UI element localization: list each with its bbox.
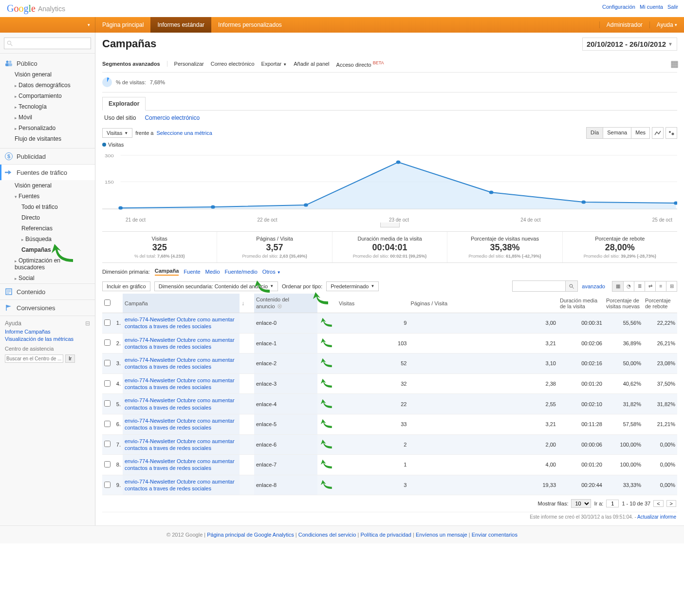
campaign-link[interactable]: envio-774-Newsletter Octubre como aument… — [125, 357, 235, 370]
row-checkbox[interactable] — [104, 360, 111, 366]
correo-btn[interactable]: Correo electrónico — [211, 61, 255, 67]
sidebar-personalizado[interactable]: ▸Personalizado — [0, 123, 95, 133]
row-checkbox[interactable] — [104, 461, 111, 467]
collapse-icon[interactable]: ⊟ — [85, 320, 90, 327]
table-row[interactable]: 2.envio-774-Newsletter Octubre como aume… — [102, 333, 677, 354]
help-search-button[interactable]: Ir — [65, 355, 75, 363]
dim-fuente[interactable]: Fuente — [184, 269, 200, 275]
dim-otros[interactable]: Otros ▼ — [262, 269, 281, 275]
dim-secundaria-btn[interactable]: Dimensión secundaria: Contenido del anun… — [154, 281, 278, 291]
table-row[interactable]: 1.envio-774-Newsletter Octubre como aume… — [102, 313, 677, 334]
nav-home[interactable]: Página principal — [95, 17, 150, 33]
table-row[interactable]: 6.envio-774-Newsletter Octubre como aume… — [102, 414, 677, 434]
personalizar-btn[interactable]: Personalizar — [174, 61, 204, 67]
view-bars-icon[interactable]: ≣ — [634, 281, 645, 291]
th-duracion[interactable]: Duración media de la visita — [558, 294, 604, 313]
sidebar-vision-general[interactable]: Visión general — [0, 69, 95, 80]
sidebar-todo-trafico[interactable]: Todo el tráfico — [0, 202, 95, 212]
btn-dia[interactable]: Día — [587, 128, 603, 138]
campaign-link[interactable]: envio-774-Newsletter Octubre como aument… — [125, 438, 235, 451]
sidebar-movil[interactable]: ▸Móvil — [0, 112, 95, 123]
view-pivot-icon[interactable]: ⊞ — [666, 281, 677, 291]
th-pct-nuevas[interactable]: Porcentaje de visitas nuevas — [604, 294, 643, 313]
footer-link-3[interactable]: Envíenos un mensaje — [416, 532, 467, 538]
scorecard[interactable]: Visitas325% del total: 7,68% (4.233) — [102, 232, 217, 262]
campaign-link[interactable]: envio-774-Newsletter Octubre como aument… — [125, 377, 235, 390]
sidebar-social[interactable]: ▸Social — [0, 273, 95, 283]
footer-link-2[interactable]: Política de privacidad — [360, 532, 411, 538]
campaign-link[interactable]: envio-774-Newsletter Octubre como aument… — [125, 479, 235, 491]
account-dropdown[interactable]: ▾ — [0, 17, 95, 33]
th-rebote[interactable]: Porcentaje de rebote — [643, 294, 677, 313]
sidebar-contenido[interactable]: Contenido — [0, 284, 95, 299]
nav-standard-reports[interactable]: Informes estándar — [150, 17, 211, 33]
row-checkbox[interactable] — [104, 339, 111, 346]
table-row[interactable]: 8.envio-774-Newsletter Octubre como aume… — [102, 455, 677, 475]
campaign-link[interactable]: envio-774-Newsletter Octubre como aument… — [125, 418, 235, 430]
campaign-link[interactable]: envio-774-Newsletter Octubre como aument… — [125, 337, 235, 350]
view-pie-icon[interactable]: ◔ — [623, 281, 634, 291]
pager-page-input[interactable] — [606, 500, 619, 507]
sort-arrow-icon[interactable]: ↓ — [241, 300, 244, 307]
scorecard[interactable]: Porcentaje de rebote28,00%Promedio del s… — [563, 232, 677, 262]
row-checkbox[interactable] — [104, 380, 111, 387]
qr-icon[interactable]: ▦ — [670, 58, 677, 69]
nav-admin[interactable]: Administrador — [599, 21, 649, 28]
btn-semana[interactable]: Semana — [603, 128, 631, 138]
select-all-checkbox[interactable] — [104, 299, 111, 306]
btn-mes[interactable]: Mes — [631, 128, 649, 138]
table-search-button[interactable] — [566, 280, 578, 292]
row-checkbox[interactable] — [104, 421, 111, 427]
ordenar-selector[interactable]: Predeterminado ▼ — [326, 281, 379, 291]
sidebar-opt-buscadores[interactable]: ▸Optimización en buscadores — [0, 255, 95, 273]
dim-campana[interactable]: Campaña — [155, 268, 179, 276]
sidebar-busqueda[interactable]: ▸Búsqueda — [0, 234, 95, 244]
table-row[interactable]: 7.envio-774-Newsletter Octubre como aume… — [102, 434, 677, 455]
remove-dim-icon[interactable]: ⊗ — [277, 302, 282, 310]
metric-1-selector[interactable]: Visitas ▼ — [102, 128, 132, 138]
pager-prev[interactable]: < — [653, 500, 663, 507]
exportar-btn[interactable]: Exportar ▼ — [261, 61, 287, 67]
segments-btn[interactable]: Segmentos avanzados — [102, 61, 167, 67]
table-row[interactable]: 9.envio-774-Newsletter Octubre como aume… — [102, 475, 677, 495]
dim-fuente-medio[interactable]: Fuente/medio — [225, 269, 258, 275]
th-campana[interactable]: Campaña — [123, 294, 240, 313]
sidebar-comportamiento[interactable]: ▸Comportamiento — [0, 91, 95, 101]
footer-link-1[interactable]: Condiciones del servicio — [298, 532, 356, 538]
avanzado-link[interactable]: avanzado — [582, 283, 605, 289]
sidebar-publicidad[interactable]: $ Publicidad — [0, 149, 95, 164]
view-compare-icon[interactable]: ⇄ — [645, 281, 655, 291]
th-contenido[interactable]: Contenido del anuncio⊗ — [254, 294, 317, 313]
time-granularity[interactable]: Día Semana Mes — [586, 127, 650, 139]
nav-help[interactable]: Ayuda ▾ — [649, 21, 684, 28]
help-search-input[interactable] — [5, 355, 63, 363]
sidebar-demograficos[interactable]: ▸Datos demográficos — [0, 80, 95, 91]
campaign-link[interactable]: envio-774-Newsletter Octubre como aument… — [125, 317, 235, 329]
view-table-icon[interactable]: ▦ — [612, 281, 623, 291]
sidebar-publico[interactable]: Público — [0, 57, 95, 69]
chart-type-motion[interactable] — [666, 127, 677, 139]
incluir-grafico-btn[interactable]: Incluir en gráfico — [102, 281, 150, 291]
tab-explorador[interactable]: Explorador — [102, 97, 146, 111]
table-row[interactable]: 5.envio-774-Newsletter Octubre como aume… — [102, 394, 677, 414]
sidebar-campanas[interactable]: Campañas — [0, 244, 95, 255]
subtab-uso[interactable]: Uso del sitio — [104, 114, 136, 121]
dim-medio[interactable]: Medio — [205, 269, 220, 275]
footer-link-4[interactable]: Enviar comentarios — [472, 532, 518, 538]
nav-custom-reports[interactable]: Informes personalizados — [211, 17, 289, 33]
logo-google[interactable]: G o o g l e — [7, 3, 35, 14]
row-checkbox[interactable] — [104, 441, 111, 447]
sidebar-fuentes-trafico[interactable]: Fuentes de tráfico — [0, 165, 95, 180]
campaign-link[interactable]: envio-774-Newsletter Octubre como aument… — [125, 458, 235, 471]
row-checkbox[interactable] — [104, 482, 111, 488]
sidebar-flujo[interactable]: Flujo de visitantes — [0, 133, 95, 144]
sidebar-referencias[interactable]: Referencias — [0, 223, 95, 234]
chart-type-line[interactable] — [652, 127, 664, 139]
row-checkbox[interactable] — [104, 400, 111, 407]
footer-link-0[interactable]: Página principal de Google Analytics — [207, 532, 294, 538]
sidebar-search[interactable] — [4, 37, 91, 49]
th-paginas-visita[interactable]: Páginas / Visita — [408, 294, 558, 313]
pager-rows-select[interactable]: 10 — [571, 499, 591, 508]
sidebar-tecnologia[interactable]: ▸Tecnología — [0, 101, 95, 112]
sidebar-fuentes[interactable]: ▾Fuentes — [0, 191, 95, 202]
